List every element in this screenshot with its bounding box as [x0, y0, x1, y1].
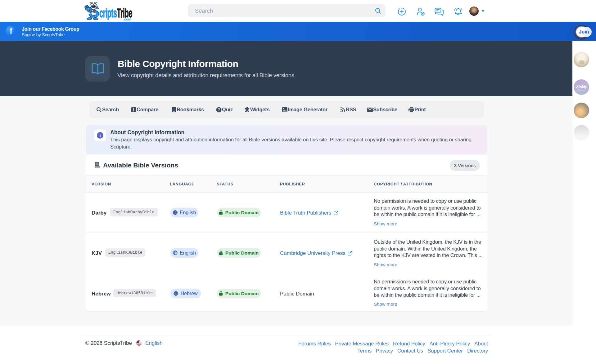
- svg-text:?: ?: [218, 108, 220, 112]
- svg-text:.com: .com: [123, 17, 131, 21]
